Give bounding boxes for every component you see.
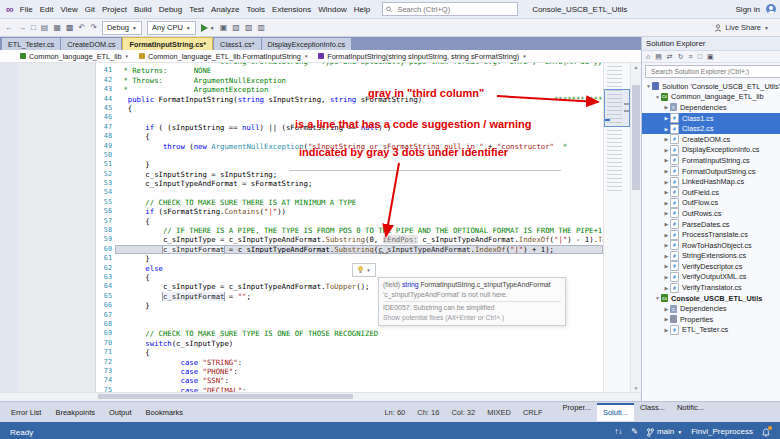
code-text[interactable]: c_sInputFormat = c_sInputTypeAndFormat.S… <box>115 245 603 254</box>
repository-selector[interactable]: Finvi_Preprocess <box>691 428 753 436</box>
code-text[interactable]: // CHECK TO MAKE SURE THERE IS AT MINIMU… <box>115 198 603 207</box>
line-number[interactable]: 43 <box>96 85 115 94</box>
column-indicator[interactable]: Col: 32 <box>451 408 475 417</box>
code-text[interactable]: * Returns: NONE <box>115 66 603 75</box>
character-indicator[interactable]: Ch: 16 <box>417 408 439 417</box>
collapsed-arrow-icon[interactable]: ▶ <box>663 327 670 333</box>
code-text[interactable]: // CHECK TO MAKE SURE TYPE IS ONE OF THO… <box>115 329 603 338</box>
menu-help[interactable]: Help <box>354 5 370 14</box>
tab-createdom-cs[interactable]: CreateDOM.cs <box>61 38 121 50</box>
code-text[interactable] <box>115 188 603 197</box>
line-number[interactable]: 71 <box>96 348 115 357</box>
tree-item-outfield-cs[interactable]: ▶#OutField.cs <box>642 187 780 198</box>
menu-edit[interactable]: Edit <box>40 5 54 14</box>
breadcrumb-member-dropdown[interactable]: FormatInputString(string sInputString, s… <box>318 52 526 61</box>
quick-search-box[interactable] <box>382 2 518 16</box>
collapsed-arrow-icon[interactable]: ▶ <box>663 147 670 153</box>
scroll-down-icon[interactable]: ▼ <box>631 385 641 391</box>
right-tab-notific[interactable]: Notific... <box>671 403 710 421</box>
sync-commits-icon[interactable]: ↑↓ <box>614 428 622 436</box>
vertical-scrollbar[interactable]: ▲ ▼ <box>630 63 641 392</box>
code-text[interactable]: c_sInputType = c_sInputTypeAndFormat.Sub… <box>115 235 603 244</box>
menu-window[interactable]: Window <box>318 5 346 14</box>
code-text[interactable]: if (sFormatString.Contains("|")) <box>115 207 603 216</box>
collapsed-arrow-icon[interactable]: ▶ <box>663 115 670 121</box>
tree-item-stringextensions-cs[interactable]: ▶#StringExtensions.cs <box>642 251 780 262</box>
configuration-dropdown[interactable]: Debug▼ <box>102 21 142 35</box>
menu-extensions[interactable]: Extensions <box>272 5 311 14</box>
line-number[interactable]: 70 <box>96 339 115 348</box>
tree-item-dependencies[interactable]: ▶≡Dependencies <box>642 303 780 314</box>
collapsed-arrow-icon[interactable]: ▶ <box>663 285 670 291</box>
tree-item-linkedhashmap-cs[interactable]: ▶#LinkedHashMap.cs <box>642 176 780 187</box>
menu-git[interactable]: Git <box>85 5 95 14</box>
tree-item-verifyoutputxml-cs[interactable]: ▶#VerifyOutputXML.cs <box>642 272 780 283</box>
tree-item-createdom-cs[interactable]: ▶#CreateDOM.cs <box>642 134 780 145</box>
code-text[interactable]: { <box>115 132 603 141</box>
right-tab-class[interactable]: Class... <box>634 403 671 421</box>
line-number[interactable]: 69 <box>96 329 115 338</box>
se-switch-views-icon[interactable]: ⇄ <box>667 53 673 60</box>
collapsed-arrow-icon[interactable]: ▶ <box>663 179 670 185</box>
line-number[interactable]: 55 <box>96 198 115 207</box>
line-number[interactable]: 67 <box>96 311 115 320</box>
code-text[interactable]: { <box>115 217 603 226</box>
menu-project[interactable]: Project <box>102 5 127 14</box>
line-number[interactable]: 42 <box>96 76 115 85</box>
expanded-arrow-icon[interactable]: ▼ <box>654 295 661 301</box>
se-home-icon[interactable]: ⌂ <box>646 53 650 60</box>
code-text[interactable]: * ArgumentException <box>115 85 603 94</box>
line-number[interactable]: 58 <box>96 226 115 235</box>
se-tools-icon[interactable]: ▤ <box>655 53 662 60</box>
se-refresh-icon[interactable]: ↻ <box>678 53 684 60</box>
tree-item-parsedates-cs[interactable]: ▶#ParseDates.cs <box>642 219 780 230</box>
tab-etl-tester-cs[interactable]: ETL_Tester.cs <box>2 38 60 50</box>
line-number[interactable]: 60 <box>96 245 115 254</box>
tree-item-properties[interactable]: ▶Properties <box>642 314 780 325</box>
line-number[interactable]: 54 <box>96 188 115 197</box>
code-text[interactable]: case "STRING": <box>115 358 603 367</box>
line-number[interactable]: 61 <box>96 254 115 263</box>
back-icon[interactable]: ← <box>5 24 13 32</box>
forward-icon[interactable]: → <box>18 24 26 32</box>
expanded-arrow-icon[interactable]: ▼ <box>654 94 661 100</box>
panel-tab-bookmarks[interactable]: Bookmarks <box>139 408 191 417</box>
collapsed-arrow-icon[interactable]: ▶ <box>663 232 670 238</box>
break-all-icon[interactable]: ▣ <box>220 24 228 32</box>
collapsed-arrow-icon[interactable]: ▶ <box>663 136 670 142</box>
line-number[interactable]: 62 <box>96 264 115 273</box>
tree-item-console-uscb-etl-utils[interactable]: ▼C#Console_USCB_ETL_Utils <box>642 293 780 304</box>
code-text[interactable]: // IF THERE IS A PIPE, THE TYPE IS FROM … <box>115 226 603 235</box>
menu-analyze[interactable]: Analyze <box>211 5 239 14</box>
tree-item-verifytranslator-cs[interactable]: ▶#VerifyTranslator.cs <box>642 282 780 293</box>
attach-icon[interactable]: ▨ <box>245 24 253 32</box>
tree-item-common-language-etl-lib[interactable]: ▼C#Common_language_ETL_lib <box>642 92 780 103</box>
code-text[interactable]: case "SSN": <box>115 376 603 385</box>
panel-tab-output[interactable]: Output <box>102 408 139 417</box>
scroll-up-icon[interactable]: ▲ <box>631 64 641 70</box>
code-text[interactable]: switch(c_sInputType) <box>115 339 603 348</box>
code-text[interactable]: case "PHONE": <box>115 367 603 376</box>
collapsed-arrow-icon[interactable]: ▶ <box>663 210 670 216</box>
platform-dropdown[interactable]: Any CPU▼ <box>147 21 196 35</box>
code-text[interactable]: public FormatInputString(string sInputSt… <box>115 95 603 104</box>
line-number[interactable]: 65 <box>96 292 115 301</box>
line-number[interactable]: 59 <box>96 235 115 244</box>
line-number[interactable]: 74 <box>96 376 115 385</box>
collapsed-arrow-icon[interactable]: ▶ <box>663 263 670 269</box>
tree-item-formatinputstring-cs[interactable]: ▶#FormatInputString.cs <box>642 155 780 166</box>
line-number[interactable]: 48 <box>96 132 115 141</box>
tree-item-outrows-cs[interactable]: ▶#OutRows.cs <box>642 208 780 219</box>
branch-selector[interactable]: main ▼ <box>647 428 682 437</box>
line-number[interactable]: 72 <box>96 358 115 367</box>
menu-view[interactable]: View <box>61 5 78 14</box>
avatar[interactable] <box>766 4 776 14</box>
vertical-scrollbar-thumb[interactable] <box>632 85 640 190</box>
collapsed-arrow-icon[interactable]: ▶ <box>663 253 670 259</box>
tree-item-solution-console-uscb-etl-utils-2-of-2-projects[interactable]: ▼Solution 'Console_USCB_ETL_Utils' (2 of… <box>642 81 780 92</box>
line-number[interactable]: 46 <box>96 113 115 122</box>
eol-indicator[interactable]: CRLF <box>523 408 543 417</box>
line-indicator[interactable]: Ln: 60 <box>384 408 405 417</box>
code-text[interactable]: c_sInputTypeAndFormat = sFormatString; <box>115 179 603 188</box>
code-text[interactable]: * Throws: ArgumentNullException <box>115 76 603 85</box>
